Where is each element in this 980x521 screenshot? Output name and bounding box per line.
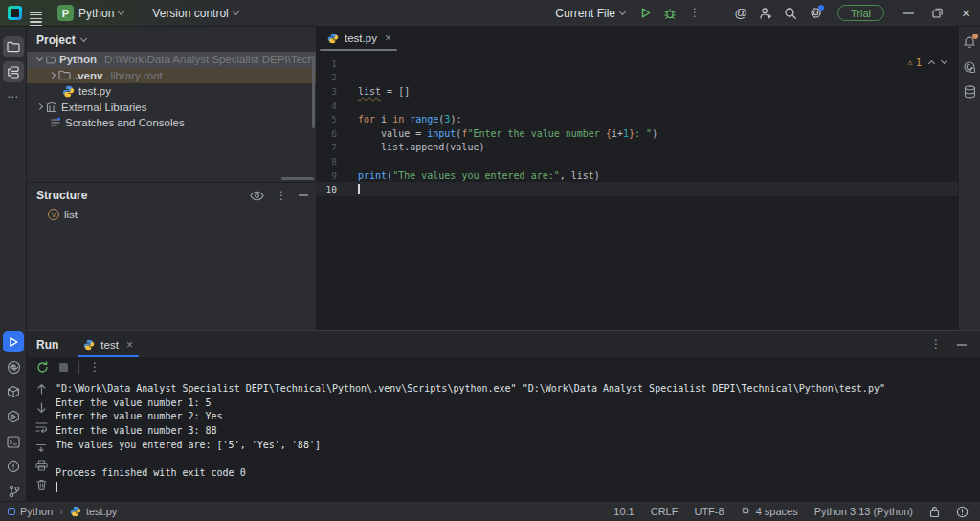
project-scrollbar-horizontal[interactable] [281, 177, 314, 180]
code-editor[interactable]: 123list = []45for i in range(3):6 value … [316, 52, 958, 196]
right-tool-strip [958, 27, 980, 330]
stop-button[interactable] [58, 362, 69, 373]
line-number[interactable]: 1 [316, 58, 337, 69]
ai-assistant-button[interactable] [960, 57, 979, 77]
window-close-button[interactable]: × [951, 0, 980, 27]
debug-button[interactable] [657, 1, 682, 26]
line-number[interactable]: 9 [316, 170, 337, 181]
rerun-button[interactable] [36, 361, 49, 374]
python-packages-button[interactable] [3, 381, 24, 402]
line-number[interactable]: 4 [316, 101, 337, 111]
search-everywhere-icon[interactable] [778, 1, 803, 26]
ide-events-icon[interactable] [956, 506, 969, 518]
project-tree-item-external-libraries[interactable]: External Libraries [27, 100, 316, 116]
soft-wrap-button[interactable] [35, 421, 48, 433]
hide-panel-button[interactable] [957, 344, 967, 346]
line-number[interactable]: 10 [316, 184, 337, 194]
unlock-icon[interactable] [929, 506, 940, 518]
console-line[interactable] [56, 481, 980, 495]
database-button[interactable] [960, 82, 979, 102]
run-tab-test[interactable]: test × [76, 331, 141, 357]
prev-problem-icon[interactable] [928, 59, 935, 66]
down-stacktrace-button[interactable] [36, 402, 47, 414]
line-number[interactable]: 6 [316, 128, 337, 139]
code-text: list.append(value) [358, 142, 484, 152]
problems-button[interactable] [3, 456, 24, 477]
indent-selector[interactable]: 4 spaces [741, 506, 798, 517]
project-tree-item-python[interactable]: Python D:\Work\Data Analyst Specialist D… [27, 52, 316, 68]
python-console-button[interactable] [3, 356, 24, 377]
code-with-me-icon[interactable] [753, 1, 778, 26]
interpreter-selector[interactable]: Python 3.13 (Python) [814, 506, 913, 517]
run-button[interactable] [633, 1, 657, 26]
line-number[interactable]: 2 [316, 72, 337, 82]
next-problem-icon[interactable] [941, 57, 947, 64]
breadcrumb-project[interactable]: Python [20, 506, 53, 517]
print-button[interactable] [35, 460, 48, 471]
editor-tab-testpy[interactable]: test.py × [316, 26, 401, 51]
window-minimize-button[interactable] [894, 0, 923, 27]
structure-tool-window-button[interactable] [3, 61, 24, 82]
view-options-icon[interactable] [250, 191, 264, 201]
code-line[interactable]: 2 [316, 71, 958, 85]
console-line[interactable]: "D:\Work\Data Analyst Specialist DEPI\Te… [56, 382, 980, 396]
more-tool-windows-button[interactable]: ⋯ [3, 86, 24, 107]
line-number[interactable]: 5 [316, 114, 337, 125]
console-more-button[interactable]: ⋮ [89, 364, 100, 371]
up-stacktrace-button[interactable] [36, 383, 47, 395]
project-tree-item-scratches[interactable]: Scratches and Consoles [27, 115, 316, 131]
window-restore-button[interactable] [923, 0, 951, 27]
trial-badge[interactable]: Trial [837, 5, 884, 21]
code-line[interactable]: 4 [316, 99, 958, 113]
project-scrollbar-vertical[interactable] [312, 56, 315, 128]
structure-item-list[interactable]: v list [27, 206, 316, 223]
version-control-menu[interactable]: Version control [145, 0, 245, 27]
scroll-to-end-button[interactable] [35, 441, 47, 452]
console-output[interactable]: "D:\Work\Data Analyst Specialist DEPI\Te… [56, 377, 980, 495]
code-line[interactable]: 9print("The values you entered are:", li… [316, 169, 958, 183]
git-button[interactable] [3, 481, 24, 502]
main-menu-button[interactable] [22, 0, 50, 27]
ai-chat-icon[interactable]: @ [728, 1, 753, 26]
code-line[interactable]: 7 list.append(value) [316, 141, 958, 155]
line-ending-selector[interactable]: CRLF [651, 506, 679, 517]
project-tree-item-venv[interactable]: .venv library root [27, 68, 316, 84]
code-line[interactable]: 1 [316, 57, 958, 71]
chevron-down-icon [619, 8, 626, 14]
console-line[interactable]: Enter the value number 2: Yes [56, 410, 980, 424]
more-actions-button[interactable]: ⋮ [682, 1, 707, 26]
code-line[interactable]: 5for i in range(3): [316, 112, 958, 126]
project-tool-window-button[interactable] [3, 36, 24, 57]
breadcrumb-file[interactable]: test.py [86, 506, 117, 517]
terminal-button[interactable] [3, 431, 24, 452]
run-tool-window-button[interactable] [3, 331, 24, 352]
close-tab-icon[interactable]: × [126, 338, 133, 351]
run-panel-options-button[interactable]: ⋮ [930, 341, 942, 348]
line-number[interactable]: 3 [316, 86, 337, 97]
console-line[interactable] [56, 453, 980, 467]
project-tree-item-testpy[interactable]: test.py [27, 83, 316, 100]
console-line[interactable]: Enter the value number 1: 5 [56, 396, 980, 411]
clear-console-button[interactable] [36, 479, 47, 490]
notifications-button[interactable] [960, 33, 979, 52]
line-number[interactable]: 8 [316, 156, 337, 167]
close-tab-icon[interactable]: × [385, 32, 391, 45]
code-line[interactable]: 3list = [] [316, 84, 958, 99]
encoding-selector[interactable]: UTF-8 [694, 506, 724, 517]
project-switcher[interactable]: P Python [50, 0, 131, 27]
console-line[interactable]: The values you entered are: ['5', 'Yes',… [56, 439, 980, 453]
structure-options-button[interactable]: ⋮ [276, 193, 287, 199]
services-button[interactable] [3, 406, 24, 427]
line-number[interactable]: 7 [316, 142, 337, 152]
code-line[interactable]: 6 value = input(f"Enter the value number… [316, 126, 958, 141]
project-panel-header[interactable]: Project [27, 27, 316, 52]
console-line[interactable]: Process finished with exit code 0 [56, 466, 980, 481]
code-line[interactable]: 8 [316, 154, 958, 169]
run-configuration-selector[interactable]: Current File [547, 0, 633, 27]
inspection-widget[interactable]: ⚠ 1 [907, 57, 947, 68]
console-line[interactable]: Enter the value number 3: 88 [56, 424, 980, 439]
caret-position[interactable]: 10:1 [613, 506, 634, 517]
settings-icon[interactable] [803, 1, 828, 26]
hide-panel-button[interactable] [299, 194, 308, 196]
code-line[interactable]: 10 [316, 182, 958, 196]
